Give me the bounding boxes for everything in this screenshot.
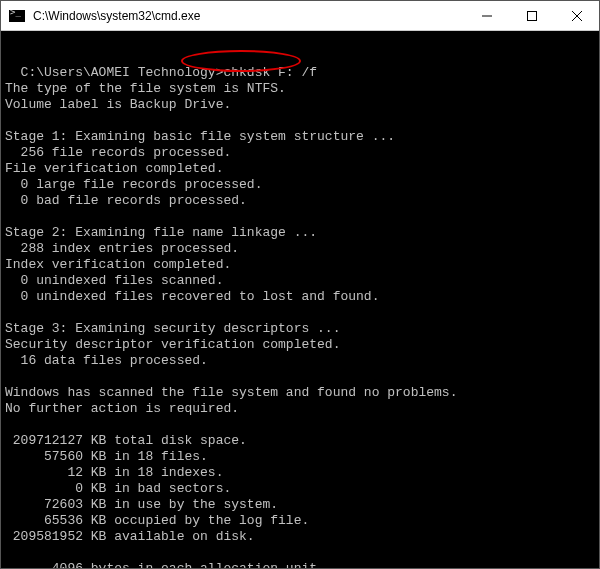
terminal-text: C:\Users\AOMEI Technology>chkdsk F: /f T… bbox=[5, 65, 457, 568]
minimize-icon bbox=[482, 11, 492, 21]
close-button[interactable] bbox=[554, 1, 599, 30]
terminal-output[interactable]: C:\Users\AOMEI Technology>chkdsk F: /f T… bbox=[1, 31, 599, 568]
window-controls bbox=[464, 1, 599, 30]
svg-rect-1 bbox=[527, 11, 536, 20]
maximize-icon bbox=[527, 11, 537, 21]
maximize-button[interactable] bbox=[509, 1, 554, 30]
cmd-window: C:\Windows\system32\cmd.exe C:\Users\AOM… bbox=[0, 0, 600, 569]
window-title: C:\Windows\system32\cmd.exe bbox=[25, 9, 464, 23]
cmd-icon bbox=[9, 10, 25, 22]
titlebar[interactable]: C:\Windows\system32\cmd.exe bbox=[1, 1, 599, 31]
close-icon bbox=[572, 11, 582, 21]
minimize-button[interactable] bbox=[464, 1, 509, 30]
